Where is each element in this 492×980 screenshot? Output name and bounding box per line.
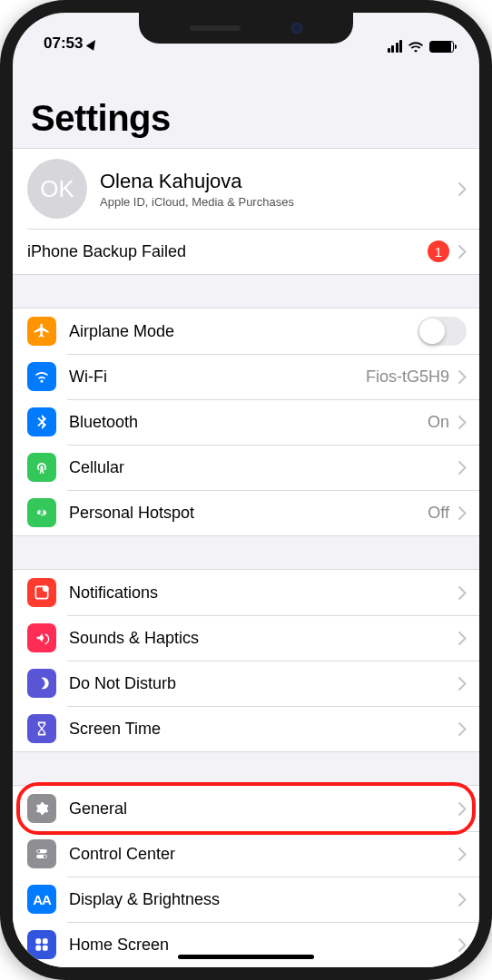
wifi-status-icon	[408, 40, 424, 53]
row-general[interactable]: General	[13, 786, 479, 831]
chevron-right-icon	[458, 182, 467, 196]
avatar-initials: OK	[40, 175, 74, 203]
row-airplane-mode[interactable]: Airplane Mode	[13, 309, 479, 354]
chevron-right-icon	[458, 461, 467, 475]
chevron-right-icon	[458, 802, 467, 816]
row-wifi[interactable]: Wi-Fi Fios-tG5H9	[13, 354, 479, 399]
screen: 07:53 Settings OK	[13, 13, 479, 967]
chevron-right-icon	[458, 416, 467, 429]
hourglass-icon	[27, 714, 56, 743]
row-label: Screen Time	[69, 720, 449, 739]
row-label: Do Not Disturb	[69, 674, 449, 693]
row-do-not-disturb[interactable]: Do Not Disturb	[13, 661, 479, 706]
svg-rect-7	[43, 938, 48, 944]
battery-icon	[429, 41, 454, 53]
phone-frame: 07:53 Settings OK	[0, 0, 492, 980]
row-bluetooth[interactable]: Bluetooth On	[13, 399, 479, 445]
chevron-right-icon	[458, 245, 467, 259]
moon-icon	[27, 669, 56, 698]
cellular-signal-icon	[388, 40, 403, 53]
profile-subtitle: Apple ID, iCloud, Media & Purchases	[100, 195, 449, 209]
svg-rect-9	[43, 946, 48, 951]
row-apple-id[interactable]: OK Olena Kahujova Apple ID, iCloud, Medi…	[13, 149, 479, 229]
notch	[139, 13, 353, 44]
row-control-center[interactable]: Control Center	[13, 831, 479, 877]
page-title: Settings	[31, 98, 461, 139]
row-label: Home Screen	[69, 936, 449, 955]
chevron-right-icon	[458, 677, 467, 691]
row-label: General	[69, 799, 449, 818]
home-grid-icon	[27, 930, 56, 959]
chevron-right-icon	[458, 632, 467, 645]
row-personal-hotspot[interactable]: Personal Hotspot Off	[13, 490, 479, 535]
row-label: Display & Brightness	[69, 890, 449, 909]
row-detail: On	[428, 413, 449, 432]
chevron-right-icon	[458, 506, 467, 520]
row-backup-failed[interactable]: iPhone Backup Failed 1	[13, 229, 479, 274]
hotspot-icon	[27, 498, 56, 527]
row-label: Wi-Fi	[69, 368, 359, 387]
chevron-right-icon	[458, 722, 467, 736]
row-label: Cellular	[69, 458, 449, 477]
chevron-right-icon	[458, 586, 467, 600]
status-time: 07:53	[44, 34, 83, 53]
page-header: Settings	[13, 54, 479, 148]
gear-icon	[27, 794, 56, 823]
svg-rect-8	[35, 946, 41, 951]
row-label: Bluetooth	[69, 413, 420, 432]
group-network: Airplane Mode Wi-Fi Fios-tG5H9 Bluetooth…	[13, 308, 479, 536]
sounds-icon	[27, 623, 56, 652]
row-display-brightness[interactable]: AA Display & Brightness	[13, 877, 479, 922]
row-label: Airplane Mode	[69, 322, 418, 341]
row-label: Personal Hotspot	[69, 504, 420, 523]
wifi-icon	[27, 362, 56, 391]
row-detail: Off	[428, 504, 449, 523]
chevron-right-icon	[458, 893, 467, 906]
row-notifications[interactable]: Notifications	[13, 570, 479, 615]
row-screen-time[interactable]: Screen Time	[13, 706, 479, 751]
group-general: General Control Center AA Display & Bri	[13, 785, 479, 967]
bluetooth-icon	[27, 407, 56, 436]
badge: 1	[428, 240, 449, 262]
avatar: OK	[27, 159, 87, 219]
chevron-right-icon	[458, 370, 467, 384]
row-label: iPhone Backup Failed	[27, 242, 420, 261]
svg-point-1	[43, 586, 49, 593]
home-indicator[interactable]	[178, 955, 314, 959]
chevron-right-icon	[458, 938, 467, 952]
group-profile: OK Olena Kahujova Apple ID, iCloud, Medi…	[13, 148, 479, 275]
airplane-toggle[interactable]	[418, 317, 467, 346]
row-label: Control Center	[69, 845, 449, 864]
notifications-icon	[27, 578, 56, 607]
display-icon: AA	[27, 885, 56, 914]
row-label: Notifications	[69, 583, 449, 603]
location-icon	[86, 37, 99, 51]
cellular-icon	[27, 453, 56, 482]
profile-name: Olena Kahujova	[100, 170, 449, 193]
airplane-icon	[27, 317, 56, 346]
row-detail: Fios-tG5H9	[366, 368, 449, 387]
svg-point-3	[37, 849, 40, 852]
row-label: Sounds & Haptics	[69, 629, 449, 648]
svg-point-5	[44, 855, 46, 858]
row-home-screen[interactable]: Home Screen	[13, 922, 479, 967]
row-cellular[interactable]: Cellular	[13, 445, 479, 490]
svg-rect-6	[35, 938, 41, 944]
sliders-icon	[27, 839, 56, 868]
row-sounds-haptics[interactable]: Sounds & Haptics	[13, 615, 479, 661]
chevron-right-icon	[458, 848, 467, 861]
group-alerts: Notifications Sounds & Haptics Do Not	[13, 569, 479, 752]
